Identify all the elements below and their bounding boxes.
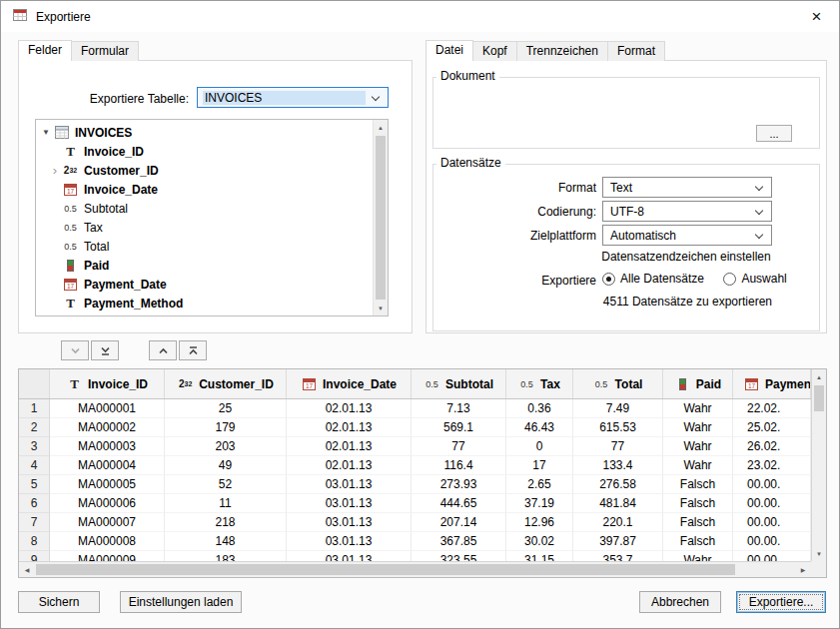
cell: MA000001	[50, 399, 165, 418]
tab-trennzeichen[interactable]: Trennzeichen	[516, 41, 608, 61]
save-button[interactable]: Sichern	[18, 591, 100, 613]
table-row[interactable]: 4MA0000044902.01.13116.417133.4Wahr23.02…	[19, 456, 811, 475]
move-to-top-button[interactable]	[179, 340, 207, 360]
move-up-button[interactable]	[149, 340, 177, 360]
boolean-type-icon	[62, 260, 79, 272]
table-icon	[53, 126, 70, 139]
load-settings-button[interactable]: Einstellungen laden	[120, 591, 242, 613]
cell: 00.00.	[733, 551, 811, 561]
format-combo[interactable]: Text	[602, 177, 772, 198]
decimal-type-icon: 0.5	[423, 379, 440, 389]
row-number: 1	[19, 399, 50, 418]
scroll-down-icon[interactable]: ▼	[374, 301, 388, 315]
tab-datei[interactable]: Datei	[425, 40, 473, 61]
cell: 12.96	[506, 513, 573, 532]
titlebar: Exportiere ×	[1, 1, 839, 32]
column-header-payment_date[interactable]: 17Payment_Date	[733, 369, 811, 398]
cell: 00.00.	[733, 532, 811, 551]
encoding-label: Codierung:	[440, 205, 596, 219]
row-number: 7	[19, 513, 50, 532]
cell: 25.02.	[733, 418, 811, 437]
grid-hscrollbar[interactable]: ◀ ▶	[19, 561, 811, 577]
radio-selection[interactable]: Auswahl	[723, 272, 786, 286]
tab-kopf[interactable]: Kopf	[472, 41, 517, 61]
tree-item-payment_date[interactable]: 17Payment_Date	[36, 275, 372, 294]
tree-item-paid[interactable]: Paid	[36, 256, 372, 275]
scrollbar-thumb[interactable]	[36, 564, 735, 575]
number-type-icon: 232	[62, 165, 79, 176]
scroll-up-icon[interactable]: ▲	[812, 369, 826, 384]
table-select-value: INVOICES	[203, 91, 366, 105]
tree-item-invoice_id[interactable]: TInvoice_ID	[36, 142, 372, 161]
table-row[interactable]: 9MA00000918303.01.13323.5531.15353.7Wahr…	[19, 551, 811, 561]
records-legend: Datensätze	[436, 156, 505, 170]
tree-item-subtotal[interactable]: 0.5Subtotal	[36, 199, 372, 218]
table-row[interactable]: 6MA0000061103.01.13444.6537.19481.84Fals…	[19, 494, 811, 513]
scroll-down-icon[interactable]: ▼	[812, 546, 826, 561]
cell: 00.00.	[733, 494, 811, 513]
right-tabbar: DateiKopfTrennzeichenFormat	[425, 40, 664, 61]
svg-text:17: 17	[67, 188, 75, 195]
tree-item-tax[interactable]: 0.5Tax	[36, 218, 372, 237]
move-down-button[interactable]	[61, 340, 89, 360]
table-row[interactable]: 1MA0000012502.01.137.130.367.49Wahr22.02…	[19, 399, 811, 418]
radio-all-records[interactable]: Alle Datensätze	[602, 272, 704, 286]
close-icon[interactable]: ×	[794, 1, 839, 32]
cell: MA000003	[50, 437, 165, 456]
encoding-combo[interactable]: UTF-8	[602, 201, 772, 222]
scrollbar-thumb[interactable]	[376, 136, 386, 300]
cell: 615.53	[573, 418, 663, 437]
cell: 481.84	[573, 494, 663, 513]
tree-item-invoice_date[interactable]: 17Invoice_Date	[36, 180, 372, 199]
column-header-invoice_id[interactable]: TInvoice_ID	[50, 369, 165, 398]
table-select-combo[interactable]: INVOICES	[197, 87, 389, 108]
tree-item-total[interactable]: 0.5Total	[36, 237, 372, 256]
tree-item-customer_id[interactable]: ›232Customer_ID	[36, 161, 372, 180]
chevron-down-icon	[755, 207, 763, 215]
cell: 02.01.13	[287, 456, 412, 475]
scroll-left-icon[interactable]: ◀	[19, 562, 35, 577]
cell: Wahr	[663, 418, 733, 437]
tree-item-payment_method[interactable]: TPayment_Method	[36, 294, 372, 313]
cell: 273.93	[412, 475, 506, 494]
move-to-bottom-button[interactable]	[91, 340, 119, 360]
table-row[interactable]: 3MA00000320302.01.1377077Wahr26.02.	[19, 437, 811, 456]
platform-combo[interactable]: Automatisch	[602, 225, 772, 246]
expand-icon[interactable]: ›	[48, 166, 62, 176]
row-number: 5	[19, 475, 50, 494]
tree-scrollbar[interactable]: ▲ ▼	[373, 120, 388, 315]
column-header-invoice_date[interactable]: 17Invoice_Date	[287, 369, 412, 398]
file-tab-panel: Dokument ... Datensätze Format Text Codi…	[425, 60, 827, 333]
table-row[interactable]: 5MA0000055203.01.13273.932.65276.58Falsc…	[19, 475, 811, 494]
column-header-paid[interactable]: Paid	[663, 369, 733, 398]
tab-format[interactable]: Format	[607, 41, 665, 61]
cancel-button[interactable]: Abbrechen	[639, 591, 721, 613]
cell: 0	[506, 437, 573, 456]
browse-button[interactable]: ...	[756, 125, 792, 142]
table-row[interactable]: 7MA00000721803.01.13207.1412.96220.1Fals…	[19, 513, 811, 532]
column-header-customer_id[interactable]: 232Customer_ID	[165, 369, 287, 398]
record-endings-link[interactable]: Datensatzendzeichen einstellen	[586, 250, 786, 264]
decimal-type-icon: 0.5	[62, 204, 79, 214]
tree-root-invoices[interactable]: ▼INVOICES	[36, 123, 372, 142]
tab-felder[interactable]: Felder	[18, 40, 72, 61]
column-header-total[interactable]: 0.5Total	[573, 369, 663, 398]
column-header-tax[interactable]: 0.5Tax	[506, 369, 573, 398]
scroll-right-icon[interactable]: ▶	[795, 562, 811, 577]
cell: MA000002	[50, 418, 165, 437]
table-row[interactable]: 2MA00000217902.01.13569.146.43615.53Wahr…	[19, 418, 811, 437]
export-button[interactable]: Exportiere...	[736, 591, 826, 613]
cell: 02.01.13	[287, 437, 412, 456]
column-header-subtotal[interactable]: 0.5Subtotal	[412, 369, 506, 398]
table-row[interactable]: 8MA00000814803.01.13367.8530.02397.87Fal…	[19, 532, 811, 551]
grid-vscrollbar[interactable]: ▲ ▼	[811, 369, 826, 561]
decimal-type-icon: 0.5	[593, 379, 610, 389]
cell: 26.02.	[733, 437, 811, 456]
field-tree: ▼INVOICESTInvoice_ID›232Customer_ID17Inv…	[35, 119, 389, 316]
tab-formular[interactable]: Formular	[71, 41, 139, 61]
collapse-icon[interactable]: ▼	[39, 128, 53, 137]
export-dialog: Exportiere × FelderFormular Exportiere T…	[0, 0, 840, 629]
export-records-label: Exportiere	[440, 274, 596, 288]
scroll-up-icon[interactable]: ▲	[374, 120, 388, 135]
scrollbar-thumb[interactable]	[814, 385, 824, 411]
